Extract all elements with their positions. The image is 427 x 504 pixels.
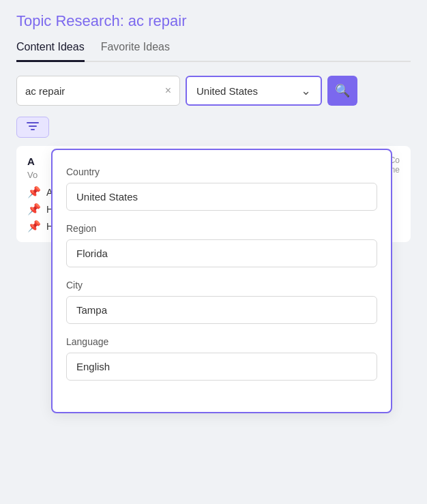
- clear-icon[interactable]: ×: [165, 85, 171, 97]
- page-container: Topic Research: ac repair Content Ideas …: [0, 0, 427, 504]
- header: Topic Research: ac repair Content Ideas …: [0, 0, 427, 62]
- country-dropdown-label: United States: [196, 85, 258, 97]
- svg-rect-0: [27, 122, 39, 123]
- chevron-down-icon: ⌄: [301, 83, 311, 98]
- region-field-group: Region: [66, 223, 377, 267]
- search-input-wrapper: ×: [16, 76, 180, 106]
- language-field-group: Language: [66, 336, 377, 381]
- city-label: City: [66, 280, 377, 291]
- language-label: Language: [66, 336, 377, 347]
- filter-icon: [27, 121, 39, 133]
- language-input[interactable]: [66, 353, 377, 381]
- location-dropdown-panel: Country Region City Language: [51, 149, 392, 413]
- filter-button[interactable]: [16, 117, 49, 138]
- city-input[interactable]: [66, 296, 377, 324]
- pin-icon: 📌: [27, 220, 41, 233]
- region-input[interactable]: [66, 239, 377, 267]
- tabs-bar: Content Ideas Favorite Ideas: [16, 41, 411, 62]
- country-input[interactable]: [66, 183, 377, 211]
- page-title: Topic Research: ac repair: [16, 12, 411, 30]
- search-button[interactable]: 🔍: [327, 76, 357, 106]
- tab-content-ideas[interactable]: Content Ideas: [16, 41, 85, 62]
- country-field-group: Country: [66, 166, 377, 211]
- search-input[interactable]: [25, 85, 160, 97]
- country-label: Country: [66, 166, 377, 177]
- title-keyword: ac repair: [128, 12, 187, 29]
- pin-icon: 📌: [27, 203, 41, 216]
- city-field-group: City: [66, 280, 377, 324]
- svg-rect-1: [29, 125, 37, 127]
- region-label: Region: [66, 223, 377, 234]
- country-dropdown[interactable]: United States ⌄: [186, 76, 322, 106]
- filter-row: [0, 117, 427, 138]
- pin-icon: 📌: [27, 186, 41, 198]
- svg-rect-2: [31, 129, 35, 130]
- title-prefix: Topic Research:: [16, 12, 128, 29]
- search-row: × United States ⌄ 🔍: [0, 76, 427, 106]
- tab-favorite-ideas[interactable]: Favorite Ideas: [101, 41, 170, 62]
- search-icon: 🔍: [335, 83, 350, 98]
